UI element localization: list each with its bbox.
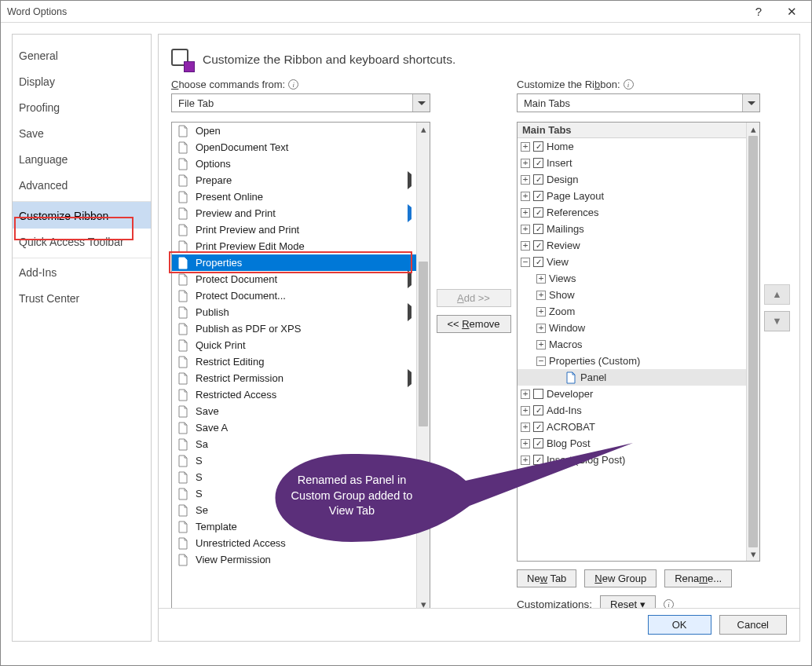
- command-item[interactable]: S: [172, 452, 416, 469]
- expand-toggle[interactable]: +: [521, 175, 530, 185]
- command-item[interactable]: Save A: [172, 419, 416, 436]
- command-item[interactable]: Restricted Access: [172, 386, 416, 403]
- checkbox-icon[interactable]: ✓: [533, 174, 543, 185]
- expand-toggle[interactable]: +: [521, 406, 530, 415]
- tree-tab[interactable]: +✓Review: [518, 237, 746, 254]
- commands-scrollbar[interactable]: ▴ ▾: [416, 123, 430, 611]
- tree-tab[interactable]: +✓Mailings: [518, 221, 746, 237]
- remove-button[interactable]: << Remove: [437, 315, 511, 333]
- ribbon-scrollbar[interactable]: ▴ ▾: [746, 123, 759, 561]
- new-group-button[interactable]: New Group: [584, 569, 657, 587]
- choose-commands-combo[interactable]: File Tab: [171, 93, 430, 112]
- command-item[interactable]: Print Preview Edit Mode: [172, 238, 416, 254]
- scroll-down-icon[interactable]: ▾: [747, 547, 759, 561]
- ribbon-tree[interactable]: Main Tabs+✓Home+✓Insert+✓Design+✓Page La…: [517, 122, 760, 562]
- command-item[interactable]: View Permission: [172, 551, 416, 568]
- expand-toggle[interactable]: +: [536, 340, 546, 349]
- expand-toggle[interactable]: +: [521, 159, 530, 168]
- expand-toggle[interactable]: +: [536, 324, 546, 333]
- expand-toggle[interactable]: +: [521, 241, 530, 251]
- nav-item-advanced[interactable]: Advanced: [13, 172, 151, 198]
- command-item[interactable]: Unrestricted Access: [172, 535, 416, 551]
- tree-tab[interactable]: −✓View: [518, 254, 746, 270]
- chevron-down-icon[interactable]: [412, 94, 430, 112]
- ok-button[interactable]: OK: [648, 615, 711, 635]
- nav-item-display[interactable]: Display: [13, 68, 151, 94]
- command-item[interactable]: Properties: [172, 254, 416, 271]
- checkbox-icon[interactable]: [533, 389, 543, 399]
- new-tab-button[interactable]: New Tab: [517, 569, 576, 587]
- checkbox-icon[interactable]: ✓: [533, 207, 543, 218]
- expand-toggle[interactable]: +: [521, 423, 530, 432]
- command-item[interactable]: Preview and Print: [172, 205, 416, 221]
- command-item[interactable]: Save: [172, 403, 416, 419]
- command-item[interactable]: Open: [172, 123, 416, 139]
- nav-item-language[interactable]: Language: [13, 146, 151, 172]
- expand-toggle[interactable]: +: [521, 390, 530, 399]
- command-item[interactable]: Publish: [172, 304, 416, 320]
- nav-item-quick-access-toolbar[interactable]: Quick Access Toolbar: [13, 229, 151, 254]
- command-item[interactable]: Restrict Editing: [172, 353, 416, 370]
- nav-item-proofing[interactable]: Proofing: [13, 94, 151, 120]
- tree-tab[interactable]: +✓Add-Ins: [518, 402, 746, 419]
- command-item[interactable]: S: [172, 485, 416, 502]
- command-item[interactable]: Publish as PDF or XPS: [172, 320, 416, 337]
- checkbox-icon[interactable]: ✓: [533, 240, 543, 251]
- expand-toggle[interactable]: +: [521, 142, 530, 152]
- command-item[interactable]: Restrict Permission: [172, 370, 416, 386]
- tree-tab[interactable]: +✓Insert: [518, 155, 746, 171]
- tree-group[interactable]: −Properties (Custom): [518, 353, 746, 369]
- checkbox-icon[interactable]: ✓: [533, 191, 543, 201]
- expand-toggle[interactable]: +: [521, 192, 530, 201]
- expand-toggle[interactable]: −: [521, 258, 530, 267]
- command-item[interactable]: Print Preview and Print: [172, 221, 416, 238]
- cancel-button[interactable]: Cancel: [719, 615, 787, 635]
- tree-group[interactable]: +Window: [518, 320, 746, 336]
- tree-tab[interactable]: +✓Page Layout: [518, 188, 746, 204]
- scroll-up-icon[interactable]: ▴: [417, 123, 430, 136]
- tree-group[interactable]: +Show: [518, 287, 746, 303]
- nav-item-add-ins[interactable]: Add-Ins: [13, 258, 151, 285]
- nav-item-trust-center[interactable]: Trust Center: [13, 285, 151, 311]
- expand-toggle[interactable]: +: [521, 456, 530, 465]
- command-item[interactable]: S: [172, 469, 416, 485]
- tree-tab[interactable]: +✓Design: [518, 171, 746, 188]
- rename-button[interactable]: Rename...: [664, 569, 732, 587]
- expand-toggle[interactable]: −: [536, 357, 546, 366]
- checkbox-icon[interactable]: ✓: [533, 455, 543, 465]
- checkbox-icon[interactable]: ✓: [533, 224, 543, 234]
- command-item[interactable]: Options: [172, 156, 416, 172]
- expand-toggle[interactable]: +: [521, 208, 530, 218]
- nav-item-save[interactable]: Save: [13, 120, 151, 146]
- command-item[interactable]: Protect Document...: [172, 287, 416, 304]
- expand-toggle[interactable]: +: [521, 225, 530, 234]
- expand-toggle[interactable]: +: [536, 291, 546, 300]
- checkbox-icon[interactable]: ✓: [533, 141, 543, 152]
- info-icon[interactable]: i: [624, 79, 634, 90]
- customize-ribbon-combo[interactable]: Main Tabs: [517, 93, 760, 112]
- close-button[interactable]: ✕: [775, 2, 808, 22]
- tree-tab[interactable]: +✓Insert (Blog Post): [518, 452, 746, 468]
- command-item[interactable]: Present Online: [172, 188, 416, 205]
- commands-listbox[interactable]: OpenOpenDocument TextOptionsPreparePrese…: [171, 122, 430, 612]
- checkbox-icon[interactable]: ✓: [533, 438, 543, 448]
- tree-group[interactable]: +Zoom: [518, 303, 746, 320]
- tree-group[interactable]: +Views: [518, 270, 746, 287]
- tree-command[interactable]: +Panel: [518, 369, 746, 386]
- expand-toggle[interactable]: +: [521, 439, 530, 448]
- help-button[interactable]: ?: [742, 2, 775, 22]
- checkbox-icon[interactable]: ✓: [533, 422, 543, 432]
- expand-toggle[interactable]: +: [536, 274, 546, 284]
- expand-toggle[interactable]: +: [536, 307, 546, 317]
- tree-group[interactable]: +Macros: [518, 336, 746, 353]
- command-item[interactable]: OpenDocument Text: [172, 139, 416, 156]
- command-item[interactable]: Template: [172, 518, 416, 535]
- nav-item-general[interactable]: General: [13, 42, 151, 68]
- command-item[interactable]: Prepare: [172, 172, 416, 188]
- info-icon[interactable]: i: [288, 79, 298, 90]
- checkbox-icon[interactable]: ✓: [533, 158, 543, 168]
- tree-tab[interactable]: +✓Blog Post: [518, 435, 746, 452]
- command-item[interactable]: Se: [172, 502, 416, 518]
- tree-tab[interactable]: +Developer: [518, 386, 746, 402]
- tree-tab[interactable]: +✓References: [518, 204, 746, 221]
